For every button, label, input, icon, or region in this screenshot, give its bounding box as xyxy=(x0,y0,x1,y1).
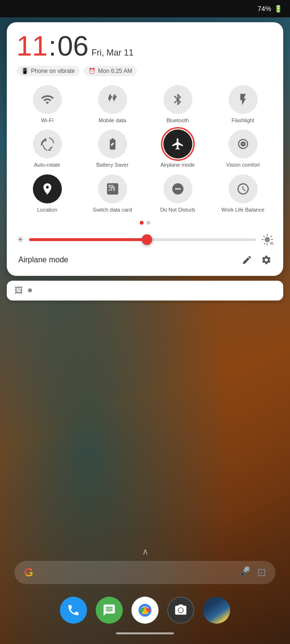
battery-saver-icon-wrap xyxy=(98,129,127,158)
home-indicator xyxy=(0,632,290,634)
tile-battery-saver[interactable]: Battery Saver xyxy=(82,129,143,168)
tile-flashlight[interactable]: Flashlight xyxy=(212,85,274,124)
bottom-icons xyxy=(242,255,272,265)
time-display: 11 : 06 Fri, Mar 11 xyxy=(16,32,274,60)
settings-button[interactable] xyxy=(261,255,272,265)
brightness-row: ☀ A xyxy=(16,233,274,246)
dock-app-earth[interactable] xyxy=(203,597,230,624)
vision-comfort-icon-wrap xyxy=(229,129,258,158)
notif-dot xyxy=(28,288,32,292)
vibrate-icon: 📳 xyxy=(21,68,29,74)
notif-image-icon: 🖼 xyxy=(14,286,23,296)
tile-switch-data-card[interactable]: Switch data card xyxy=(82,174,143,213)
alarm-icon: ⏰ xyxy=(88,68,96,74)
work-life-balance-label: Work Life Balance xyxy=(221,206,264,213)
brightness-low-icon: ☀ xyxy=(16,234,24,245)
auto-rotate-icon-wrap xyxy=(33,129,62,158)
alarm-pill[interactable]: ⏰ Mon 6:25 AM xyxy=(84,66,137,76)
bluetooth-icon-wrap xyxy=(163,85,192,114)
tile-do-not-disturb[interactable]: Do Not Disturb xyxy=(147,174,208,213)
status-bar: 74% 🔋 xyxy=(0,0,290,17)
airplane-mode-label: Airplane mode xyxy=(160,161,195,168)
do-not-disturb-label: Do Not Disturb xyxy=(160,206,195,213)
airplane-mode-icon-wrap xyxy=(163,129,192,158)
page-dots xyxy=(16,221,274,225)
battery-icon: 🔋 xyxy=(274,5,282,13)
time-section: 11 : 06 Fri, Mar 11 xyxy=(16,32,274,60)
search-bar[interactable]: G 🎤 ⊡ xyxy=(14,561,276,584)
time-colon: : xyxy=(49,32,57,60)
bottom-bar: Airplane mode xyxy=(16,255,274,265)
vision-comfort-label: Vision comfort xyxy=(226,161,260,168)
work-life-balance-icon-wrap xyxy=(229,174,258,203)
microphone-icon[interactable]: 🎤 xyxy=(237,566,250,579)
battery-percentage: 74% xyxy=(258,5,271,13)
edit-button[interactable] xyxy=(242,255,252,265)
dock-app-chrome[interactable] xyxy=(131,597,159,624)
brightness-slider[interactable] xyxy=(29,238,256,241)
flashlight-label: Flashlight xyxy=(232,117,254,124)
flashlight-icon-wrap xyxy=(229,85,258,114)
time-minutes: 06 xyxy=(58,32,89,60)
switch-data-card-icon-wrap xyxy=(98,174,127,203)
svg-point-4 xyxy=(178,608,183,612)
dock-area: ∧ G 🎤 ⊡ xyxy=(0,546,290,644)
auto-rotate-label: Auto-rotate xyxy=(34,161,60,168)
date-text: Fri, Mar 11 xyxy=(91,48,133,58)
mobile-data-icon-wrap xyxy=(98,85,127,114)
dot-2[interactable] xyxy=(146,221,150,225)
dock-app-camera[interactable] xyxy=(167,597,194,624)
location-icon-wrap xyxy=(33,174,62,203)
wifi-label: Wi-Fi xyxy=(41,117,54,124)
mode-label: Airplane mode xyxy=(18,256,68,264)
tiles-grid: Wi-Fi Mobile data Bluetooth xyxy=(16,85,274,213)
brightness-auto-icon: A xyxy=(261,233,274,246)
tile-bluetooth[interactable]: Bluetooth xyxy=(147,85,208,124)
location-label: Location xyxy=(37,206,58,213)
quick-settings-panel: 11 : 06 Fri, Mar 11 📳 Phone on vibrate ⏰… xyxy=(7,22,283,276)
dock-app-messages[interactable] xyxy=(96,597,123,624)
mobile-data-label: Mobile data xyxy=(99,117,126,124)
battery-saver-label: Battery Saver xyxy=(96,161,129,168)
dot-1[interactable] xyxy=(140,221,144,225)
search-icons: 🎤 ⊡ xyxy=(237,566,266,579)
tile-location[interactable]: Location xyxy=(16,174,78,213)
wifi-icon-wrap xyxy=(33,85,62,114)
svg-text:A: A xyxy=(271,241,274,246)
do-not-disturb-icon-wrap xyxy=(163,174,192,203)
tile-mobile-data[interactable]: Mobile data xyxy=(82,85,143,124)
tile-wifi[interactable]: Wi-Fi xyxy=(16,85,78,124)
brightness-thumb[interactable] xyxy=(142,234,152,245)
up-arrow: ∧ xyxy=(0,546,290,557)
app-dock xyxy=(0,592,290,629)
vibrate-label: Phone on vibrate xyxy=(31,68,75,74)
home-bar xyxy=(116,632,174,634)
brightness-fill xyxy=(29,238,147,241)
notification-bar: 🖼 xyxy=(7,281,283,301)
bluetooth-label: Bluetooth xyxy=(166,117,188,124)
switch-data-card-label: Switch data card xyxy=(93,206,132,213)
notification-pills: 📳 Phone on vibrate ⏰ Mon 6:25 AM xyxy=(16,66,274,76)
tile-work-life-balance[interactable]: Work Life Balance xyxy=(212,174,274,213)
google-g-icon: G xyxy=(24,566,33,579)
time-hours: 11 xyxy=(16,32,48,60)
lens-icon[interactable]: ⊡ xyxy=(257,566,266,579)
dock-app-phone[interactable] xyxy=(60,597,87,624)
tile-auto-rotate[interactable]: Auto-rotate xyxy=(16,129,78,168)
tile-vision-comfort[interactable]: Vision comfort xyxy=(212,129,274,168)
vibrate-pill[interactable]: 📳 Phone on vibrate xyxy=(16,66,80,76)
tile-airplane-mode[interactable]: Airplane mode xyxy=(147,129,208,168)
alarm-label: Mon 6:25 AM xyxy=(98,68,132,74)
